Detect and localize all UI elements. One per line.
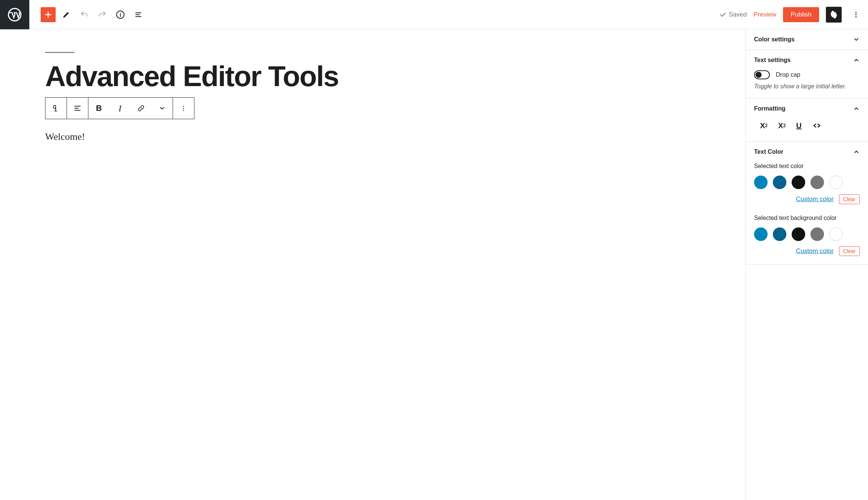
edit-mode-button[interactable]	[59, 7, 74, 22]
block-toolbar: B I	[45, 97, 194, 119]
saved-label: Saved	[729, 11, 747, 18]
publish-button[interactable]: Publish	[783, 7, 819, 22]
svg-point-8	[183, 110, 184, 111]
color-swatch[interactable]	[810, 176, 824, 189]
svg-point-4	[855, 14, 856, 15]
panel-label: Formatting	[754, 105, 786, 112]
subscript-button[interactable]: X2	[778, 121, 786, 130]
custom-color-link[interactable]: Custom color	[796, 195, 833, 203]
color-swatch[interactable]	[792, 176, 805, 189]
topbar: Saved Preview Publish	[0, 0, 868, 29]
title-decoration	[45, 52, 74, 53]
svg-point-3	[855, 12, 856, 13]
panel-label: Text Color	[754, 148, 783, 155]
panel-label: Text settings	[754, 57, 791, 64]
add-block-button[interactable]	[41, 7, 56, 22]
svg-point-5	[855, 16, 856, 17]
color-swatch[interactable]	[829, 176, 843, 189]
italic-button[interactable]: I	[109, 98, 131, 119]
panel-text-color[interactable]: Text Color	[746, 142, 868, 162]
text-color-label: Selected text color	[754, 163, 860, 170]
color-swatch[interactable]	[754, 176, 768, 189]
color-swatch[interactable]	[773, 227, 786, 241]
superscript-button[interactable]: X2	[760, 121, 768, 130]
text-color-swatches	[754, 176, 860, 189]
settings-button[interactable]	[826, 7, 842, 23]
settings-sidebar: Color settings Text settings Drop cap To…	[745, 29, 868, 500]
color-swatch[interactable]	[792, 227, 805, 241]
block-more-button[interactable]	[173, 98, 194, 119]
info-button[interactable]	[113, 7, 128, 22]
chevron-up-icon	[853, 148, 860, 155]
saved-status: Saved	[719, 11, 747, 18]
paragraph-block[interactable]: Welcome!	[45, 131, 700, 142]
svg-point-7	[183, 108, 184, 109]
color-swatch[interactable]	[810, 227, 824, 241]
drop-cap-description: Toggle to show a large initial letter.	[754, 83, 860, 90]
more-menu-button[interactable]	[848, 7, 863, 22]
svg-point-2	[120, 12, 121, 13]
code-button[interactable]	[812, 121, 821, 130]
editor-canvas[interactable]: Advanced Editor Tools B I	[0, 29, 745, 500]
chevron-up-icon	[853, 57, 860, 64]
chevron-down-icon	[853, 36, 860, 43]
color-swatch[interactable]	[754, 227, 768, 241]
format-dropdown-button[interactable]	[152, 98, 173, 119]
clear-bg-color-button[interactable]: Clear	[839, 246, 860, 256]
undo-button[interactable]	[77, 7, 92, 22]
color-swatch[interactable]	[773, 176, 786, 189]
panel-color-settings[interactable]: Color settings	[746, 29, 868, 50]
panel-text-settings[interactable]: Text settings	[746, 50, 868, 70]
drop-cap-label: Drop cap	[776, 71, 800, 78]
align-button[interactable]	[67, 98, 88, 119]
bg-color-swatches	[754, 227, 860, 241]
underline-button[interactable]: U	[796, 121, 801, 130]
outline-button[interactable]	[131, 7, 146, 22]
drop-cap-toggle[interactable]	[754, 70, 770, 79]
panel-label: Color settings	[754, 36, 795, 43]
redo-button[interactable]	[95, 7, 110, 22]
chevron-up-icon	[853, 105, 860, 112]
page-title[interactable]: Advanced Editor Tools	[45, 62, 700, 91]
clear-color-button[interactable]: Clear	[839, 194, 860, 204]
wordpress-logo[interactable]	[0, 0, 29, 29]
block-type-button[interactable]	[46, 98, 67, 119]
bold-button[interactable]: B	[88, 98, 109, 119]
color-swatch[interactable]	[829, 227, 843, 241]
bg-color-label: Selected text background color	[754, 215, 860, 221]
preview-button[interactable]: Preview	[754, 11, 776, 18]
panel-formatting[interactable]: Formatting	[746, 98, 868, 119]
link-button[interactable]	[131, 98, 152, 119]
custom-bg-color-link[interactable]: Custom color	[796, 247, 833, 255]
svg-point-6	[183, 106, 184, 107]
